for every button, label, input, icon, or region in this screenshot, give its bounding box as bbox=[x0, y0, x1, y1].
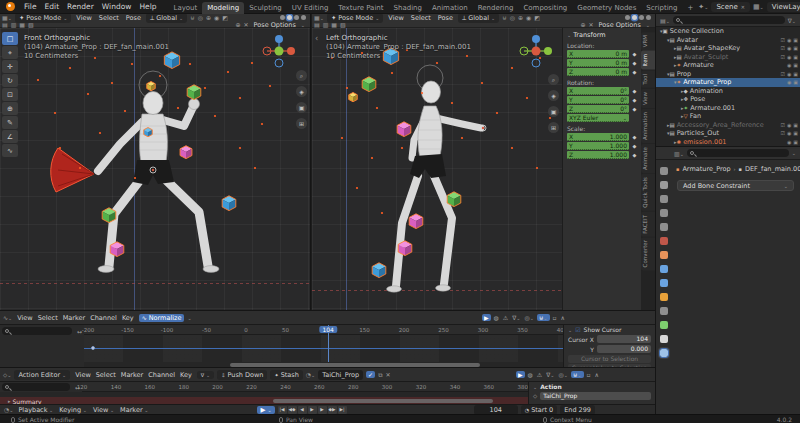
next-frame-icon[interactable]: ▶ bbox=[318, 406, 327, 414]
fcurve-icon[interactable]: ∧ bbox=[594, 371, 600, 378]
workspace-tab-uv-editing[interactable]: UV Editing bbox=[287, 2, 334, 14]
dope-menu-channel[interactable]: Channel bbox=[146, 371, 177, 379]
move-tool[interactable]: ✛ bbox=[2, 60, 18, 73]
annotate-tool[interactable]: ✎ bbox=[2, 116, 18, 129]
fake-user-toggle[interactable]: ✓ bbox=[366, 371, 375, 378]
viewport-left-view[interactable]: ▦⌄✦Pose Mode⌄ViewSelectPose⟂Global⌄⊎◎⊕◉◩… bbox=[312, 14, 655, 310]
properties-output-tab[interactable] bbox=[660, 195, 668, 203]
eye-toggle-icon[interactable]: ◉ bbox=[787, 130, 791, 136]
graph-menu-marker[interactable]: Marker bbox=[61, 314, 87, 322]
scale-tool[interactable]: ⊡ bbox=[2, 88, 18, 101]
properties-constraints-tab[interactable] bbox=[660, 307, 668, 315]
keyframe-icon[interactable]: ◆ bbox=[631, 106, 638, 112]
location-y-field[interactable]: Y0 m bbox=[567, 59, 629, 67]
camera-toggle-icon[interactable]: ▣ bbox=[793, 62, 798, 68]
n-panel-tab-vrm[interactable]: VRM bbox=[641, 32, 655, 50]
warning-icon[interactable]: ⚠ bbox=[502, 314, 509, 321]
snap-magnet-icon[interactable]: ⊎⌄ bbox=[537, 314, 550, 321]
properties-object-tab[interactable] bbox=[660, 251, 668, 259]
viewport-menu-view[interactable]: View bbox=[74, 14, 93, 22]
timeline-menu-view[interactable]: View ⌄ bbox=[91, 406, 116, 414]
eye-toggle-icon[interactable]: ◉ bbox=[787, 45, 791, 51]
action-name-field[interactable]: TaiChi_Prop bbox=[318, 370, 363, 380]
properties-scene-tab[interactable] bbox=[660, 223, 668, 231]
object-types-filter-icon[interactable]: ▤ bbox=[2, 21, 8, 28]
camera-toggle-icon[interactable]: ▣ bbox=[793, 45, 798, 51]
ghost-icon[interactable]: ◍ bbox=[527, 371, 534, 378]
keying-box-icon[interactable]: ▫ bbox=[586, 371, 592, 378]
snap-magnet-icon[interactable]: ⊎ bbox=[502, 14, 506, 21]
active-tool-icon[interactable]: ✦⌄ bbox=[698, 3, 708, 11]
frame-start-field[interactable]: ◔Start0 bbox=[521, 405, 557, 415]
proportional-edit-icon[interactable]: ◎ bbox=[198, 14, 203, 21]
viewlayer-selector[interactable]: ViewLayer bbox=[767, 2, 800, 12]
orientation-dropdown[interactable]: ⟂Global⌄ bbox=[146, 14, 187, 23]
menu-render[interactable]: Render bbox=[63, 2, 98, 11]
workspace-tab-geometry-nodes[interactable]: Geometry Nodes bbox=[572, 2, 641, 14]
viewport-menu-select[interactable]: Select bbox=[409, 14, 433, 22]
overlays-filter-icon[interactable]: ▧ bbox=[28, 21, 34, 28]
rotation-x-field[interactable]: X0° bbox=[567, 87, 629, 95]
gizmos-filter-icon[interactable]: ▦ bbox=[331, 21, 337, 28]
proportional-edit-icon[interactable]: ◎⌄ bbox=[557, 371, 568, 378]
graph-search-input[interactable] bbox=[2, 327, 72, 335]
breadcrumb-object[interactable]: Armature_Prop bbox=[682, 165, 730, 173]
stash-button[interactable]: ✦Stash bbox=[270, 370, 302, 380]
overlays-toggle-icon[interactable]: ◉ bbox=[214, 14, 219, 21]
n-panel-tab-tool[interactable]: Tool bbox=[641, 71, 655, 88]
clear-icon[interactable]: ✕ bbox=[589, 21, 594, 28]
normalize-options-icon[interactable]: ⌄ bbox=[187, 315, 191, 321]
camera-toggle-icon[interactable]: ▣ bbox=[793, 79, 798, 85]
pan-hand-icon[interactable]: ◈ bbox=[548, 90, 559, 101]
properties-viewlayer-tab[interactable] bbox=[660, 209, 668, 217]
workspace-tab-shading[interactable]: Shading bbox=[389, 2, 427, 14]
shading-wireframe-icon[interactable] bbox=[280, 15, 285, 20]
properties-data-tab[interactable] bbox=[660, 321, 668, 329]
check-toggle-icon[interactable]: ☑ bbox=[780, 37, 784, 43]
keying-box-icon[interactable]: ▫ bbox=[552, 314, 558, 321]
graph-editor[interactable]: ∿⌄ ViewSelectMarkerChannelKey ∿Normalize… bbox=[0, 310, 655, 367]
properties-bone-tab[interactable] bbox=[660, 335, 668, 343]
button-cursor-to-selection[interactable]: Cursor to Selection bbox=[568, 355, 651, 363]
eye-toggle-icon[interactable]: ◉ bbox=[787, 54, 791, 60]
check-toggle-icon[interactable]: ☑ bbox=[780, 130, 784, 136]
camera-toggle-icon[interactable]: ▣ bbox=[793, 130, 798, 136]
location-x-field[interactable]: X0 m bbox=[567, 50, 629, 58]
outliner-row-armature[interactable]: ▸✦Armature◉▣ bbox=[656, 61, 800, 70]
dope-ruler[interactable]: 1201401601802002202402602803003203403603… bbox=[82, 382, 528, 392]
properties-render-tab[interactable] bbox=[660, 181, 668, 189]
outliner-row-armature-prop[interactable]: ▾✦Armature_Prop◉▣ bbox=[656, 78, 800, 87]
gizmo-toggle-icon[interactable]: ⊕ bbox=[518, 14, 523, 21]
eye-toggle-icon[interactable]: ◉ bbox=[787, 139, 791, 145]
prev-frame-icon[interactable]: ◀ bbox=[298, 406, 307, 414]
shading-rendered-icon[interactable] bbox=[646, 15, 651, 20]
shading-solid-icon[interactable] bbox=[287, 15, 292, 20]
properties-world-tab[interactable] bbox=[660, 237, 668, 245]
box-select-icon[interactable]: ▶ bbox=[482, 314, 491, 321]
n-panel-tab-item[interactable]: Item bbox=[641, 51, 655, 70]
properties-tool-tab[interactable] bbox=[660, 167, 668, 175]
current-frame-field[interactable]: 104 bbox=[474, 405, 518, 415]
workspace-tab-texture-paint[interactable]: Texture Paint bbox=[333, 2, 388, 14]
dope-menu-marker[interactable]: Marker bbox=[119, 371, 145, 379]
cursor-y-field[interactable]: 0.000 bbox=[597, 345, 651, 353]
keyframe-icon[interactable]: ◆ bbox=[631, 143, 638, 149]
timeline-menu-playback[interactable]: Playback ⌄ bbox=[16, 406, 55, 414]
viewport-menu-view[interactable]: View bbox=[386, 14, 405, 22]
check-toggle-icon[interactable]: ☑ bbox=[780, 122, 784, 128]
graph-menu-select[interactable]: Select bbox=[36, 314, 60, 322]
outliner-row-avatar-shapekey[interactable]: ▸▤Avatar_ShapeKey☑◉▣ bbox=[656, 44, 800, 53]
ghost-icon[interactable]: ◍ bbox=[493, 314, 500, 321]
warning-icon[interactable]: ⚠ bbox=[536, 371, 543, 378]
workspace-tab-modeling[interactable]: Modeling bbox=[202, 2, 244, 14]
viewport-menu-select[interactable]: Select bbox=[97, 14, 121, 22]
workspace-tab-layout[interactable]: Layout bbox=[168, 2, 202, 14]
pose-breakdowner-tool[interactable]: ∿ bbox=[2, 144, 18, 157]
jump-end-icon[interactable]: ▶| bbox=[338, 406, 347, 414]
dope-hscrollbar[interactable] bbox=[273, 399, 493, 403]
object-types-filter-icon[interactable]: ▤ bbox=[314, 21, 320, 28]
frame-end-field[interactable]: End299 bbox=[560, 405, 595, 415]
check-toggle-icon[interactable]: ☑ bbox=[780, 54, 784, 60]
outliner-display-mode-icon[interactable]: ▤⌄ bbox=[660, 17, 670, 24]
camera-view-icon[interactable]: ▣ bbox=[296, 102, 307, 113]
